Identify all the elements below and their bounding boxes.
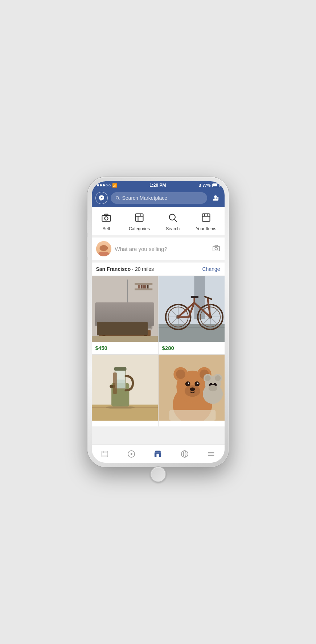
svg-rect-19 xyxy=(135,288,152,290)
sell-icon xyxy=(100,211,113,224)
tab-globe[interactable] xyxy=(177,446,193,462)
svg-rect-23 xyxy=(147,285,148,289)
search-action-icon xyxy=(166,211,179,224)
product-price-coffee xyxy=(92,421,158,426)
action-sell[interactable]: Sell xyxy=(100,211,113,231)
svg-rect-25 xyxy=(99,305,152,313)
svg-point-90 xyxy=(215,375,221,381)
status-left: 📶 xyxy=(97,183,117,188)
wifi-icon: 📶 xyxy=(112,183,117,188)
search-svg-icon xyxy=(168,212,178,223)
product-grid: $450 xyxy=(92,276,225,426)
status-right: B 77% xyxy=(198,183,219,187)
user-avatar xyxy=(96,241,111,256)
location-separator: · xyxy=(132,266,135,272)
svg-point-80 xyxy=(185,381,190,387)
bears-svg xyxy=(159,355,225,421)
svg-point-83 xyxy=(197,383,198,384)
svg-rect-26 xyxy=(98,318,124,328)
profile-menu-button[interactable] xyxy=(210,193,221,203)
location-text: San Francisco · 20 miles xyxy=(96,266,154,272)
side-button-power xyxy=(229,240,230,268)
battery-icon-container xyxy=(212,183,219,187)
categories-svg-icon xyxy=(134,212,144,223)
svg-point-82 xyxy=(188,383,189,384)
signal-dot-4 xyxy=(106,184,108,186)
phone-frame: 📶 1:20 PM B 77% xyxy=(87,177,229,467)
product-image-coffee xyxy=(92,355,158,421)
product-card-coffee[interactable] xyxy=(92,355,158,426)
svg-point-93 xyxy=(208,385,217,392)
distance: 20 miles xyxy=(135,266,154,272)
tab-marketplace[interactable] xyxy=(150,446,166,462)
svg-rect-68 xyxy=(114,367,126,371)
svg-rect-22 xyxy=(143,285,146,289)
city-name: San Francisco xyxy=(96,266,131,272)
svg-point-81 xyxy=(194,381,200,387)
svg-rect-95 xyxy=(102,451,108,457)
svg-point-84 xyxy=(190,388,195,391)
svg-rect-35 xyxy=(92,336,158,342)
your-items-label: Your Items xyxy=(196,226,216,231)
svg-marker-100 xyxy=(131,453,133,455)
battery-icon xyxy=(212,183,219,187)
action-your-items[interactable]: Your Items xyxy=(196,211,216,231)
product-price-sofa: $450 xyxy=(92,342,158,354)
categories-icon xyxy=(133,211,146,224)
svg-point-8 xyxy=(140,214,141,216)
svg-rect-27 xyxy=(126,318,151,328)
sofa-svg xyxy=(92,276,158,342)
action-categories[interactable]: Categories xyxy=(129,211,150,231)
action-search[interactable]: Search xyxy=(166,211,180,231)
product-image-bike xyxy=(159,276,225,342)
camera-sell-icon xyxy=(101,212,111,223)
tab-newsfeed[interactable] xyxy=(97,446,113,462)
svg-rect-21 xyxy=(141,285,142,289)
change-location-button[interactable]: Change xyxy=(202,266,220,272)
svg-rect-70 xyxy=(113,372,117,394)
phone-screen: 📶 1:20 PM B 77% xyxy=(92,181,225,463)
bluetooth-icon: B xyxy=(198,183,201,187)
product-card-bike[interactable]: $280 xyxy=(159,276,225,354)
product-price-bears xyxy=(159,421,225,426)
search-bar[interactable]: Search Marketplace xyxy=(111,192,207,204)
signal-dot-5 xyxy=(108,184,111,186)
home-button[interactable] xyxy=(150,466,166,482)
svg-rect-28 xyxy=(96,308,100,326)
svg-rect-11 xyxy=(202,214,210,222)
items-svg-icon xyxy=(201,212,211,223)
svg-rect-102 xyxy=(157,454,159,457)
categories-label: Categories xyxy=(129,226,150,231)
side-button-vol-up xyxy=(86,237,87,257)
sell-post-bar[interactable]: What are you selling? xyxy=(92,238,225,260)
status-time: 1:20 PM xyxy=(149,183,166,188)
product-card-bears[interactable] xyxy=(159,355,225,426)
search-label: Search xyxy=(166,226,180,231)
signal-dot-1 xyxy=(97,184,99,186)
svg-point-9 xyxy=(169,214,175,220)
search-bar-icon xyxy=(115,195,120,201)
sell-input[interactable]: What are you selling? xyxy=(115,246,209,252)
camera-attach-icon[interactable] xyxy=(212,244,220,254)
bottom-tab-bar xyxy=(92,445,225,463)
tab-menu[interactable] xyxy=(203,446,219,462)
profile-menu-icon xyxy=(212,194,219,202)
coffee-svg xyxy=(92,355,158,421)
svg-rect-61 xyxy=(190,296,198,298)
newsfeed-icon xyxy=(101,450,109,458)
marketplace-icon xyxy=(154,450,162,458)
sell-label: Sell xyxy=(103,226,110,231)
messenger-button[interactable] xyxy=(95,192,108,204)
svg-rect-29 xyxy=(149,308,153,326)
svg-rect-30 xyxy=(119,309,134,318)
video-icon xyxy=(127,450,135,458)
tab-video[interactable] xyxy=(123,446,139,462)
product-card-sofa[interactable]: $450 xyxy=(92,276,158,354)
battery-fill xyxy=(213,184,217,186)
product-image-sofa xyxy=(92,276,158,342)
signal-dot-2 xyxy=(100,184,102,186)
battery-percent: 77% xyxy=(202,183,210,187)
svg-point-16 xyxy=(215,247,217,250)
svg-point-76 xyxy=(176,370,185,379)
svg-point-88 xyxy=(205,375,210,381)
